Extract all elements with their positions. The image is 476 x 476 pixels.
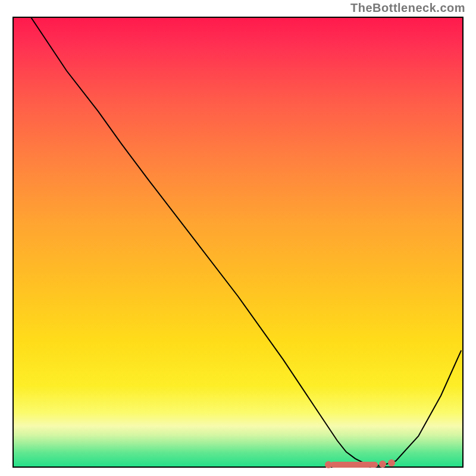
- bottleneck-curve: [12, 17, 464, 468]
- attribution-text: TheBottleneck.com: [350, 1, 465, 15]
- marker-dot: [388, 459, 395, 466]
- marker-dot: [379, 461, 386, 468]
- marker-smear: [330, 462, 372, 468]
- chart-container: [12, 17, 464, 468]
